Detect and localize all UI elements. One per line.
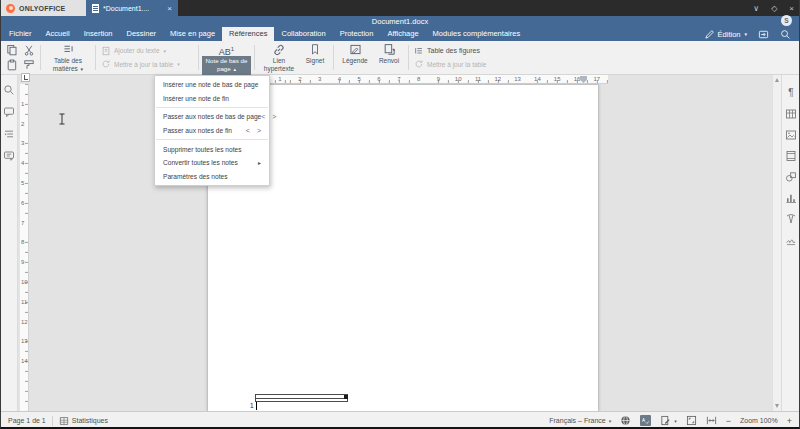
vertical-scrollbar[interactable] [772,75,781,411]
document-icon [92,4,99,13]
left-sidebar [0,75,18,411]
scroll-up-icon[interactable] [775,78,779,82]
table-of-figures-icon [414,46,424,56]
document-language-globe-icon[interactable] [620,415,631,426]
tab-fichier[interactable]: Fichier [2,27,39,41]
cross-reference-label: Renvoi [379,57,399,65]
refresh-icon [101,59,111,69]
onlyoffice-logo-icon [6,4,15,13]
tab-mise-en-page[interactable]: Mise en page [163,27,222,41]
hyperlink-button[interactable]: Lien hypertexte [258,41,300,74]
vertical-ruler[interactable]: 1234567891011121314 [20,84,29,411]
page-indicator[interactable]: Page 1 de 1 [8,417,46,424]
menu-item-go-to-footnotes[interactable]: Passer aux notes de bas de page <> [155,110,269,124]
menu-item-insert-endnote[interactable]: Insérer une note de fin [155,92,269,106]
ruler-number: 14 [21,358,28,364]
navigation-headings-icon[interactable] [3,128,15,140]
scroll-down-icon[interactable] [775,404,779,408]
tab-stop-selector[interactable] [21,73,30,82]
tab-accueil[interactable]: Accueil [39,27,77,41]
comments-icon[interactable] [3,106,15,118]
minimize-button[interactable]: ∨ [753,4,759,13]
menu-item-delete-all-notes[interactable]: Supprimer toutes les notes [155,142,269,156]
image-settings-icon[interactable] [785,129,797,141]
tab-references[interactable]: Références [222,27,274,41]
statistics-label: Statistiques [72,417,108,424]
ruler-number: 17 [593,75,600,83]
menu-item-go-to-endnotes[interactable]: Passer aux notes de fin <> [155,124,269,138]
app-tab-label: ONLYOFFICE [19,5,65,12]
tab-collaboration[interactable]: Collaboration [274,27,332,41]
menu-item-notes-settings[interactable]: Paramètres des notes [155,170,269,184]
open-file-location-icon[interactable] [758,29,769,40]
edition-mode-button[interactable]: Édition ▾ [704,29,747,40]
paragraph-settings-icon[interactable]: ¶ [785,87,797,99]
text-caret [256,402,257,410]
search-icon[interactable] [3,84,15,96]
shape-settings-icon[interactable] [785,171,797,183]
ibeam-mouse-cursor [58,113,66,125]
cut-icon[interactable] [23,44,35,56]
feedback-support-icon[interactable] [3,150,15,162]
track-changes-button[interactable]: ▾ [660,415,677,426]
statistics-button[interactable]: Statistiques [59,416,108,426]
tab-insertion[interactable]: Insertion [77,27,120,41]
user-avatar[interactable]: S [781,15,792,26]
search-icon[interactable] [780,29,791,40]
tab-affichage[interactable]: Affichage [380,27,425,41]
menu-item-convert-all-notes[interactable]: Convertir toutes les notes ▸ [155,156,269,170]
zoom-level[interactable]: Zoom 100% [740,417,778,424]
toc-label: Table des matières [53,57,82,72]
signature-settings-icon[interactable] [785,234,797,246]
application-window: ONLYOFFICE *Document1.... × ∨ ◇ × Docume… [0,0,800,429]
status-bar: Page 1 de 1 Statistiques Français – Fran… [0,411,800,429]
zoom-out-button[interactable]: − [726,416,731,426]
table-of-contents-icon [62,43,75,56]
tab-protection[interactable]: Protection [333,27,381,41]
fit-width-icon[interactable] [706,415,717,426]
close-tab-icon[interactable]: × [167,4,172,13]
chevron-down-icon: ▾ [674,418,677,424]
table-of-figures-button[interactable]: Table des figures [414,46,514,56]
document-workspace: 1234567891011121314151617 12345678910111… [0,75,800,411]
chart-settings-icon[interactable] [785,192,797,204]
previous-note-icon[interactable]: < [246,127,250,134]
zoom-in-button[interactable]: + [787,416,792,426]
ruler-number: 6 [377,75,380,83]
caption-icon [349,43,362,56]
spell-check-icon [641,416,650,425]
header-footer-settings-icon[interactable] [785,150,797,162]
maximize-button[interactable]: ◇ [771,4,777,13]
menu-item-insert-footnote[interactable]: Insérer une note de bas de page [155,78,269,92]
ruler-number: 13 [21,338,28,344]
footnote-frame-handle[interactable] [344,395,348,399]
text-art-settings-icon[interactable] [785,213,797,225]
cross-reference-button[interactable]: Renvoi [373,41,405,74]
document-tab[interactable]: *Document1.... × [86,0,178,16]
footnote-button[interactable]: AB1 Note de bas de page ▴ [202,41,251,74]
tab-dessiner[interactable]: Dessiner [119,27,163,41]
ruler-number: 1 [21,101,24,107]
footnote-dropdown-menu: Insérer une note de bas de page Insérer … [154,75,270,186]
add-text-button: Ajouter du texte ▾ [101,46,193,56]
close-button[interactable]: × [789,4,794,13]
footnote-separator-frame[interactable] [255,394,348,402]
ruler-number: 2 [298,75,301,83]
ruler-number: 12 [21,319,28,325]
fit-page-icon[interactable] [686,415,697,426]
copy-icon[interactable] [6,44,18,56]
table-of-contents-button[interactable]: Table des matières ▾ [44,41,92,74]
tab-modules-complementaires[interactable]: Modules complémentaires [426,27,528,41]
app-tab-onlyoffice[interactable]: ONLYOFFICE [0,0,86,16]
language-selector[interactable]: Français – France ▾ [549,417,611,424]
previous-note-icon[interactable]: < [261,113,265,120]
copy-style-icon[interactable] [23,59,35,71]
paste-icon[interactable] [6,59,18,71]
update-figures-table-label: Mettre à jour la table [427,61,486,68]
next-note-icon[interactable]: > [272,113,276,120]
next-note-icon[interactable]: > [257,127,261,134]
caption-button[interactable]: Légende [337,41,373,74]
table-settings-icon[interactable] [785,108,797,120]
spell-check-toggle[interactable] [640,415,651,426]
bookmark-button[interactable]: Signet [300,41,330,74]
